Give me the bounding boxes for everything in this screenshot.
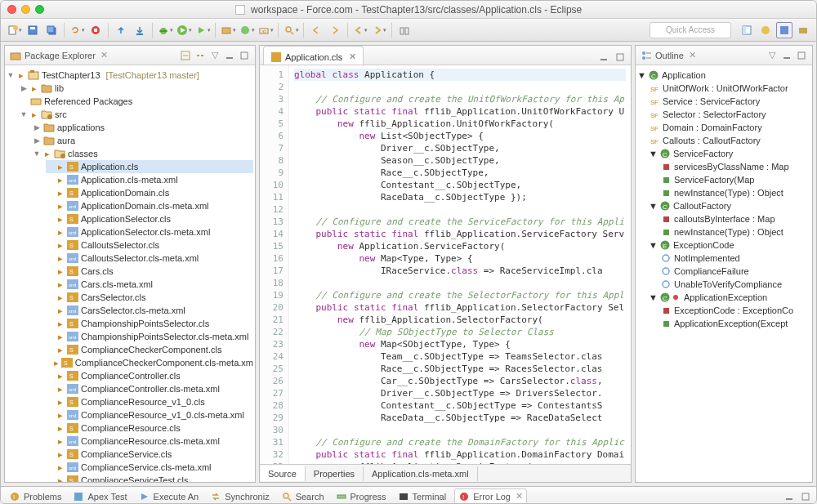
outline-inner-class[interactable]: ▼CCalloutFactory — [637, 199, 810, 212]
next-annotation-button[interactable] — [327, 22, 343, 38]
outline-member[interactable]: ServiceFactory(Map — [637, 173, 810, 186]
download-button[interactable] — [132, 22, 148, 38]
tree-file[interactable]: ▸xmlComplianceService.cls-meta.xml — [46, 461, 253, 474]
minimize-view-icon[interactable] — [224, 50, 235, 61]
tree-file[interactable]: ▸xmlComplianceResource.cls-meta.xml — [46, 435, 253, 448]
view-close-icon[interactable]: ✕ — [100, 50, 108, 60]
outline-member[interactable]: calloutsByInterface : Map — [637, 212, 810, 225]
tree-file[interactable]: ▸xmlCalloutsSelector.cls-meta.xml — [46, 252, 253, 265]
view-tab-error-log[interactable]: !Error Log ✕ — [454, 488, 527, 505]
quick-access-field[interactable]: Quick Access — [650, 22, 731, 38]
outline-enum[interactable]: ▼EExceptionCode — [637, 239, 810, 252]
tree-file[interactable]: ▸xmlCars.cls-meta.xml — [46, 278, 253, 291]
open-perspective-button[interactable] — [739, 22, 755, 38]
editor-tab-application[interactable]: Application.cls ✕ — [263, 46, 364, 65]
tree-file[interactable]: ▸SComplianceResource.cls — [46, 421, 253, 435]
new-class-button[interactable] — [239, 22, 255, 38]
run-last-button[interactable] — [194, 22, 211, 38]
tree-file[interactable]: ▸SComplianceController.cls — [46, 369, 253, 382]
tree-file[interactable]: ▸SComplianceCheckerComponent.cls-meta.xm — [46, 356, 253, 369]
code-editor[interactable]: 1234567891011121314151617181920212223242… — [260, 65, 631, 464]
project-node[interactable]: ▼▸TestChapter13[TestChapter13 master] — [7, 69, 253, 82]
minimize-view-icon[interactable] — [784, 491, 795, 502]
outline-item[interactable]: ▼CApplication — [637, 69, 810, 82]
tree-folder-referenced[interactable]: Referenced Packages — [20, 95, 253, 108]
tree-file[interactable]: ▸xmlComplianceController.cls-meta.xml — [46, 382, 253, 395]
tree-file[interactable]: ▸SComplianceResource_v1_0.cls — [46, 395, 253, 408]
view-tab-synchronize[interactable]: Synchroniz — [207, 489, 272, 504]
tree-file[interactable]: ▸xmlComplianceResource_v1_0.cls-meta.xml — [46, 408, 253, 421]
force-perspective-button[interactable] — [757, 22, 774, 38]
outline-field[interactable]: SFCallouts : CalloutFactory — [637, 134, 810, 147]
prev-annotation-button[interactable] — [308, 22, 324, 38]
run-button[interactable] — [176, 22, 192, 38]
search-button[interactable] — [283, 22, 299, 38]
tree-file[interactable]: ▸xmlCarsSelector.cls-meta.xml — [46, 304, 253, 317]
save-button[interactable] — [25, 22, 41, 38]
outline-field[interactable]: SFDomain : DomainFactory — [637, 121, 810, 134]
tree-file[interactable]: ▸xmlApplicationDomain.cls-meta.xml — [46, 199, 253, 212]
outline-tree[interactable]: ▼CApplicationSFUnitOfWork : UnitOfWorkFa… — [636, 65, 812, 482]
outline-inner-class[interactable]: ▼CApplicationException — [637, 291, 810, 304]
outline-member[interactable]: newInstance(Type) : Object — [637, 225, 810, 239]
save-all-button[interactable] — [43, 22, 60, 38]
tree-file[interactable]: ▸SCarsSelector.cls — [46, 291, 253, 304]
source-tab[interactable]: Source — [260, 466, 306, 481]
outline-field[interactable]: SFSelector : SelectorFactory — [637, 108, 810, 121]
tree-file[interactable]: ▸SComplianceCheckerComponent.cls — [46, 343, 253, 356]
maximize-view-icon[interactable] — [239, 50, 250, 61]
open-type-button[interactable]: ab — [257, 22, 274, 38]
tree-file[interactable]: ▸xmlChampionshipPointsSelector.cls-meta.… — [46, 330, 253, 343]
tree-file[interactable]: ▸SCars.cls — [46, 265, 253, 278]
minimize-view-icon[interactable] — [781, 50, 792, 61]
outline-field[interactable]: SFUnitOfWork : UnitOfWorkFactor — [637, 82, 810, 95]
view-tab-search[interactable]: Search — [278, 489, 328, 504]
outline-member[interactable]: newInstance(Type) : Object — [637, 186, 810, 199]
outline-inner-class[interactable]: ▼CServiceFactory — [637, 147, 810, 160]
outline-enum-value[interactable]: UnableToVerifyCompliance — [637, 278, 810, 291]
outline-field[interactable]: SFService : ServiceFactory — [637, 95, 810, 108]
outline-member[interactable]: ApplicationException(Except — [637, 317, 810, 330]
collapse-all-icon[interactable] — [180, 50, 191, 61]
pin-editor-button[interactable] — [396, 22, 413, 38]
outline-member[interactable]: ExceptionCode : ExceptionCo — [637, 304, 810, 317]
package-explorer-tree[interactable]: ▼▸TestChapter13[TestChapter13 master] ▶▸… — [5, 65, 255, 482]
tree-folder-src[interactable]: ▼▸src — [20, 108, 253, 121]
tree-file[interactable]: ▸xmlApplication.cls-meta.xml — [46, 173, 253, 186]
maximize-view-icon[interactable] — [800, 491, 811, 502]
back-button[interactable] — [352, 22, 368, 38]
view-close-icon[interactable]: ✕ — [689, 50, 696, 60]
properties-tab[interactable]: Properties — [306, 466, 364, 481]
outline-enum-value[interactable]: ComplianceFailure — [637, 265, 810, 278]
code-content[interactable]: global class Application { // Configure … — [289, 65, 631, 464]
view-tab-terminal[interactable]: Terminal — [395, 489, 450, 504]
tree-file[interactable]: ▸xmlApplicationSelector.cls-meta.xml — [46, 225, 253, 239]
force-refresh-button[interactable] — [69, 22, 85, 38]
outline-member[interactable]: servicesByClassName : Map — [637, 160, 810, 173]
resource-perspective-button[interactable] — [795, 22, 811, 38]
tree-folder-lib[interactable]: ▶▸lib — [20, 82, 253, 95]
tree-file[interactable]: ▸SApplication.cls — [46, 160, 253, 173]
force-stop-button[interactable] — [87, 22, 104, 38]
tree-file[interactable]: ▸SChampionshipPointsSelector.cls — [46, 317, 253, 330]
link-editor-icon[interactable] — [194, 50, 206, 61]
view-menu-icon[interactable]: ▽ — [766, 50, 778, 61]
new-button[interactable] — [6, 22, 22, 38]
tree-file[interactable]: ▸SCalloutsSelector.cls — [46, 239, 253, 252]
outline-enum-value[interactable]: NotImplemented — [637, 252, 810, 265]
meta-tab[interactable]: Application.cls-meta.xml — [364, 466, 478, 481]
tree-file[interactable]: ▸SComplianceServiceTest.cls — [46, 474, 253, 482]
new-package-button[interactable] — [220, 22, 236, 38]
maximize-view-icon[interactable] — [796, 50, 807, 61]
debug-button[interactable] — [157, 22, 173, 38]
tree-file[interactable]: ▸SApplicationDomain.cls — [46, 186, 253, 199]
maximize-editor-icon[interactable] — [614, 51, 626, 63]
minimize-editor-icon[interactable] — [598, 51, 609, 63]
tree-file[interactable]: ▸SApplicationSelector.cls — [46, 212, 253, 225]
view-tab-progress[interactable]: Progress — [333, 489, 390, 504]
tree-folder-classes[interactable]: ▼▸classes — [33, 147, 253, 160]
tree-file[interactable]: ▸SComplianceService.cls — [46, 448, 253, 461]
java-perspective-button[interactable] — [776, 22, 792, 38]
close-tab-icon[interactable]: ✕ — [349, 51, 356, 62]
view-menu-icon[interactable]: ▽ — [209, 50, 221, 61]
